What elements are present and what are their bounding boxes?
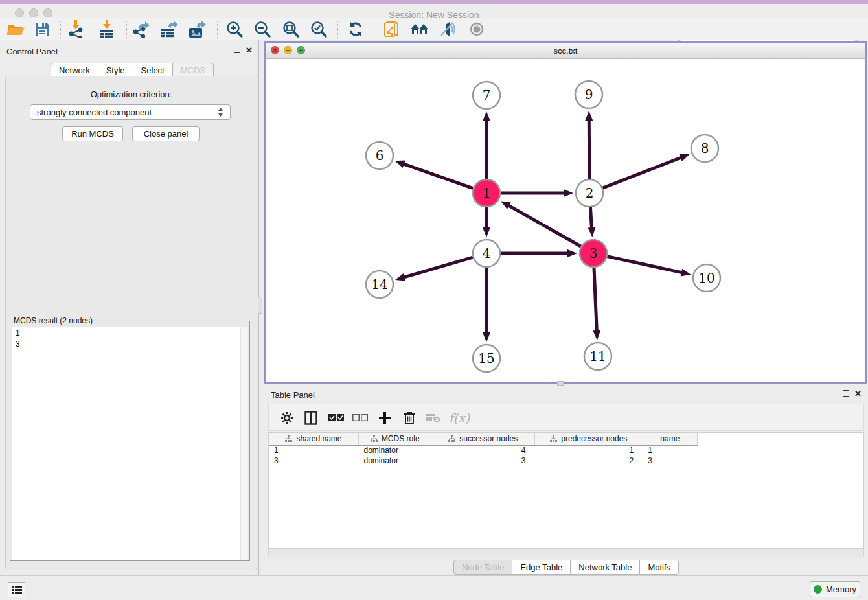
- clone-network-button[interactable]: [381, 19, 403, 39]
- clone-network-icon: [383, 20, 400, 38]
- edge-4-14[interactable]: [402, 257, 473, 278]
- open-session-button[interactable]: [5, 19, 27, 39]
- unselect-all-columns-button[interactable]: [350, 408, 371, 428]
- task-history-button[interactable]: [8, 582, 25, 597]
- table-panel: Table Panel ✕: [264, 386, 868, 575]
- node-label: 15: [478, 351, 494, 366]
- tab-edge-table[interactable]: Edge Table: [512, 560, 571, 575]
- table-toolbar: f(x): [268, 404, 864, 431]
- delete-table-button[interactable]: [423, 408, 444, 428]
- table-cell[interactable]: 1: [269, 445, 359, 456]
- criterion-dropdown[interactable]: strongly connected component: [30, 104, 231, 120]
- main-toolbar: [0, 18, 868, 40]
- node-9[interactable]: 9: [575, 81, 602, 108]
- table-cell[interactable]: 3: [431, 456, 535, 466]
- node-8[interactable]: 8: [691, 135, 718, 162]
- table-cell[interactable]: dominator: [359, 456, 431, 466]
- table-cell[interactable]: dominator: [359, 445, 431, 456]
- node-11[interactable]: 11: [584, 343, 611, 370]
- close-panel-icon[interactable]: ✕: [246, 45, 253, 55]
- edge-3-11[interactable]: [594, 268, 597, 333]
- column-header-MCDS-role[interactable]: MCDS role: [359, 433, 431, 445]
- function-builder-button[interactable]: f(x): [445, 408, 474, 428]
- node-6[interactable]: 6: [366, 142, 393, 169]
- edge-2-8[interactable]: [603, 157, 683, 188]
- edge-3-1[interactable]: [507, 205, 580, 247]
- node-4[interactable]: 4: [473, 240, 500, 267]
- import-network-button[interactable]: [65, 19, 87, 39]
- zoom-in-button[interactable]: [223, 19, 246, 39]
- delete-column-button[interactable]: [399, 408, 420, 428]
- zoom-selected-button[interactable]: [308, 19, 330, 39]
- column-type-icon: [550, 435, 557, 443]
- table-cell[interactable]: 3: [643, 456, 697, 466]
- node-1[interactable]: 1: [473, 179, 500, 207]
- close-table-panel-icon[interactable]: ✕: [854, 389, 862, 398]
- panel-splitter-handle[interactable]: [258, 297, 262, 314]
- hide-details-button[interactable]: [437, 19, 459, 39]
- edge-1-6[interactable]: [402, 163, 473, 189]
- node-3[interactable]: 3: [580, 240, 607, 267]
- run-mcds-button[interactable]: Run MCDS: [62, 126, 123, 141]
- close-panel-button[interactable]: Close panel: [132, 126, 200, 141]
- node-15[interactable]: 15: [473, 345, 500, 372]
- column-header-name[interactable]: name: [643, 433, 697, 445]
- function-builder-icon: f(x): [449, 411, 470, 425]
- export-network-button[interactable]: [130, 19, 152, 39]
- export-table-button[interactable]: [159, 19, 181, 39]
- float-panel-icon[interactable]: [234, 45, 240, 55]
- table-options-gear-button[interactable]: [277, 408, 297, 428]
- select-all-columns-button[interactable]: [326, 408, 347, 428]
- layout-refresh-icon: [347, 21, 364, 38]
- table-row[interactable]: 1dominator411: [269, 445, 698, 456]
- node-7[interactable]: 7: [473, 82, 500, 109]
- table-cell[interactable]: 4: [431, 445, 535, 456]
- node-10[interactable]: 10: [693, 264, 720, 292]
- column-header-successor-nodes[interactable]: successor nodes: [431, 433, 535, 445]
- edge-2-3[interactable]: [590, 207, 591, 230]
- column-type-icon: [371, 435, 378, 443]
- import-table-button[interactable]: [96, 19, 118, 39]
- home-button[interactable]: [409, 19, 431, 39]
- birdseye-button[interactable]: [466, 19, 488, 39]
- zoom-fit-icon: [282, 21, 299, 38]
- zoom-selected-icon: [310, 21, 327, 38]
- table-cell[interactable]: 1: [535, 445, 643, 456]
- table-hscrollbar[interactable]: [268, 549, 864, 557]
- add-column-button[interactable]: [374, 408, 395, 428]
- table-cell[interactable]: 1: [643, 445, 697, 456]
- delete-column-icon: [404, 411, 415, 425]
- table-row[interactable]: 3dominator323: [269, 456, 698, 466]
- mcds-result-list[interactable]: 1 3: [12, 327, 240, 560]
- column-header-shared-name[interactable]: shared name: [269, 433, 359, 445]
- table-cell[interactable]: 2: [535, 456, 643, 466]
- export-image-button[interactable]: [187, 19, 209, 39]
- optimization-criterion-label: Optimization criterion:: [6, 89, 257, 99]
- memory-button[interactable]: Memory: [810, 581, 860, 597]
- tab-network-table[interactable]: Network Table: [570, 560, 640, 575]
- network-canvas[interactable]: 7968124314101511: [266, 59, 865, 382]
- table-panel-title: Table Panel: [271, 390, 315, 400]
- apply-layout-button[interactable]: [345, 19, 367, 39]
- delete-table-icon: [426, 413, 440, 423]
- tab-motifs[interactable]: Motifs: [639, 560, 679, 575]
- edge-3-10[interactable]: [607, 257, 683, 273]
- toolbar-separator: [126, 21, 127, 38]
- column-header-predecessor-nodes[interactable]: predecessor nodes: [535, 433, 643, 445]
- node-14[interactable]: 14: [366, 271, 393, 298]
- node-table[interactable]: shared nameMCDS rolesuccessor nodesprede…: [268, 432, 864, 549]
- network-table-splitter-handle[interactable]: [557, 381, 564, 386]
- control-panel: Control Panel ✕ NetworkStyleSelectMCDS O…: [0, 40, 259, 575]
- zoom-fit-button[interactable]: [280, 19, 302, 39]
- tab-node-table[interactable]: Node Table: [453, 560, 513, 575]
- zoom-out-button[interactable]: [251, 19, 273, 39]
- table-cell[interactable]: 3: [269, 456, 359, 466]
- node-2[interactable]: 2: [576, 179, 603, 207]
- show-columns-button[interactable]: [301, 408, 321, 428]
- edge-2-9[interactable]: [589, 118, 589, 179]
- float-table-panel-icon[interactable]: [843, 389, 849, 398]
- network-window-titlebar[interactable]: ✕ − + scc.txt: [266, 43, 865, 59]
- result-scrollbar[interactable]: [240, 327, 248, 560]
- network-graph[interactable]: 7968124314101511: [266, 59, 865, 382]
- save-session-button[interactable]: [31, 19, 53, 39]
